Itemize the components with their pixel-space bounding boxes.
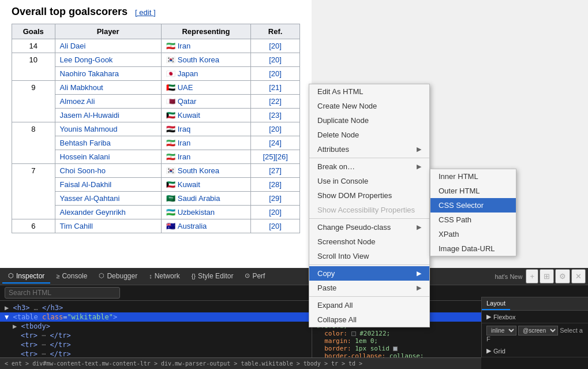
country-link[interactable]: Kuwait: [178, 111, 200, 120]
ref-link[interactable]: [20]: [269, 55, 282, 64]
copy-submenu-label: Outer HTML: [439, 187, 480, 195]
style-editor-tab-label: Style Editor: [198, 272, 233, 280]
copy-submenu-item-css-path[interactable]: CSS Path: [430, 213, 516, 227]
menu-item-label: Change Pseudo-class: [317, 223, 391, 232]
menu-item-use-in-console[interactable]: Use in Console: [309, 174, 429, 188]
menu-item-paste[interactable]: Paste▶: [309, 281, 429, 295]
country-link[interactable]: Saudi Arabia: [178, 194, 220, 203]
country-link[interactable]: Qatar: [178, 97, 197, 106]
player-link[interactable]: Younis Mahmoud: [60, 125, 118, 133]
player-link[interactable]: Ali Daei: [60, 42, 86, 50]
menu-item-create-new-node[interactable]: Create New Node: [309, 99, 429, 113]
ref-link[interactable]: [29]: [269, 194, 282, 203]
player-link[interactable]: Faisal Al-Dakhil: [60, 180, 112, 189]
representing-cell: 🇺🇿Uzbekistan: [161, 206, 250, 219]
menu-item-screenshot-node[interactable]: Screenshot Node: [309, 234, 429, 249]
player-link[interactable]: Ali Mabkhout: [60, 83, 103, 92]
devtools-tab-perf[interactable]: ⊙ Perf: [239, 270, 271, 284]
player-cell: Jasem Al-Huwaidi: [55, 109, 161, 122]
table-row: 10Lee Dong-Gook🇰🇷South Korea[20]: [12, 53, 300, 67]
layout-tab[interactable]: Layout: [482, 297, 510, 310]
ref-link[interactable]: [20]: [269, 208, 282, 217]
devtools-tab-console[interactable]: ≥ Console: [50, 270, 93, 284]
inspector-icon: ⬡: [8, 272, 14, 279]
player-cell: Ali Daei: [55, 39, 161, 53]
country-link[interactable]: Iraq: [178, 125, 190, 133]
country-link[interactable]: Iran: [178, 42, 190, 50]
menu-item-attributes[interactable]: Attributes▶: [309, 142, 429, 156]
copy-submenu-item-inner-html[interactable]: Inner HTML: [430, 169, 516, 184]
country-link[interactable]: South Korea: [178, 55, 219, 64]
ref-link[interactable]: [22]: [269, 97, 282, 106]
ref-link[interactable]: [20]: [269, 69, 282, 78]
country-link[interactable]: Australia: [178, 222, 207, 230]
country-link[interactable]: Kuwait: [178, 180, 200, 189]
copy-submenu-label: Image Data-URL: [439, 244, 495, 253]
representing-cell: 🇯🇵Japan: [161, 67, 250, 81]
copy-submenu-item-outer-html[interactable]: Outer HTML: [430, 184, 516, 198]
ref-link[interactable]: [20]: [269, 222, 282, 230]
main-content: Overall top goalscorers [ edit ] Goals P…: [0, 0, 312, 283]
ref-link[interactable]: [23]: [269, 111, 282, 120]
country-link[interactable]: South Korea: [178, 166, 219, 175]
close-btn[interactable]: ✕: [571, 269, 586, 284]
edit-link[interactable]: [ edit ]: [135, 8, 155, 17]
ref-link[interactable]: [20]: [269, 125, 282, 133]
ref-link[interactable]: [20]: [269, 42, 282, 50]
ref-link[interactable]: [24]: [269, 139, 282, 147]
menu-item-collapse-all[interactable]: Collapse All: [309, 312, 429, 327]
menu-item-duplicate-node[interactable]: Duplicate Node: [309, 113, 429, 128]
devtools-tab-debugger[interactable]: ⬡ Debugger: [93, 270, 143, 284]
ref-cell: [20]: [251, 122, 300, 136]
flag-icon: 🇮🇷: [166, 152, 175, 161]
devtools-tab-inspector[interactable]: ⬡ Inspector: [2, 270, 50, 284]
player-link[interactable]: Yasser Al-Qahtani: [60, 194, 120, 203]
player-link[interactable]: Choi Soon-ho: [60, 166, 106, 175]
screen-select[interactable]: @screen: [518, 326, 558, 336]
country-link[interactable]: Japan: [178, 69, 198, 78]
player-link[interactable]: Behtash Fariba: [60, 139, 111, 147]
country-link[interactable]: Iran: [178, 139, 190, 147]
ref-link[interactable]: [27]: [269, 166, 282, 175]
copy-submenu-label: Inner HTML: [439, 172, 478, 181]
new-tab-btn[interactable]: +: [526, 269, 538, 284]
ref-link[interactable]: [25][26]: [263, 152, 287, 161]
player-link[interactable]: Almoez Ali: [60, 97, 95, 106]
country-link[interactable]: Iran: [178, 152, 190, 161]
network-tab-label: Network: [155, 272, 180, 280]
country-link[interactable]: Uzbekistan: [178, 208, 215, 217]
dock-btn[interactable]: ⊞: [540, 269, 554, 284]
menu-item-delete-node[interactable]: Delete Node: [309, 128, 429, 142]
menu-item-edit-as-html[interactable]: Edit As HTML: [309, 84, 429, 99]
settings-btn[interactable]: ⚙: [555, 269, 570, 284]
player-link[interactable]: Hossein Kalani: [60, 152, 110, 161]
menu-item-copy[interactable]: Copy▶: [309, 266, 429, 281]
player-link[interactable]: Jasem Al-Huwaidi: [60, 111, 119, 120]
devtools-tab-style-editor[interactable]: {} Style Editor: [186, 270, 239, 284]
menu-item-label: Scroll Into View: [317, 252, 369, 260]
copy-submenu-item-xpath[interactable]: XPath: [430, 227, 516, 241]
player-link[interactable]: Alexander Geynrikh: [60, 208, 126, 217]
devtools-tab-network[interactable]: ↕ Network: [143, 270, 186, 284]
menu-item-scroll-into-view[interactable]: Scroll Into View: [309, 249, 429, 263]
ref-link[interactable]: [21]: [269, 83, 282, 92]
ref-link[interactable]: [28]: [269, 180, 282, 189]
ref-cell: [28]: [251, 178, 300, 192]
devtools-toolbar: ⬡ Inspector ≥ Console ⬡ Debugger ↕ Netwo…: [0, 268, 588, 285]
copy-submenu-item-css-selector[interactable]: CSS Selector: [430, 198, 516, 213]
menu-item-show-dom-properties[interactable]: Show DOM Properties: [309, 188, 429, 203]
menu-item-label: Duplicate Node: [317, 116, 369, 125]
menu-item-change-pseudo[interactable]: Change Pseudo-class▶: [309, 220, 429, 234]
player-link[interactable]: Lee Dong-Gook: [60, 55, 113, 64]
inline-select[interactable]: inline: [486, 326, 516, 336]
player-link[interactable]: Tim Cahill: [60, 222, 93, 230]
player-link[interactable]: Naohiro Takahara: [60, 69, 119, 78]
menu-item-label: Show Accessibility Properties: [317, 206, 415, 214]
country-link[interactable]: UAE: [178, 83, 193, 92]
menu-item-break-on[interactable]: Break on…▶: [309, 159, 429, 174]
ref-cell: [21]: [251, 81, 300, 95]
search-html-input[interactable]: [5, 287, 120, 299]
copy-submenu-item-image-data-url[interactable]: Image Data-URL: [430, 241, 516, 256]
breadcrumb-bar: < ent > div#mw-content-text.mw-content-l…: [0, 357, 481, 369]
menu-item-expand-all[interactable]: Expand All: [309, 298, 429, 312]
